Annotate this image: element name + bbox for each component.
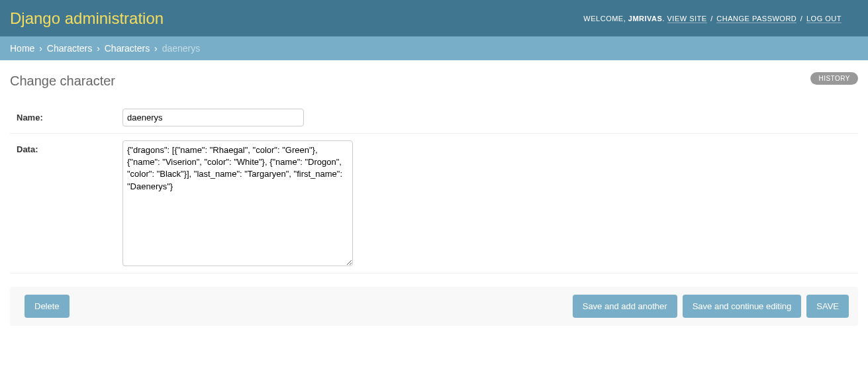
name-field[interactable] [122,109,304,126]
fieldset: Name: Data: {"dragons": [{"name": "Rhaeg… [10,102,858,273]
history-button[interactable]: History [810,72,858,85]
content: History Change character Name: Data: {"d… [0,60,868,339]
form-row-data: Data: {"dragons": [{"name": "Rhaegal", "… [10,134,858,273]
separator: / [798,15,805,23]
submit-row: Delete [10,287,858,326]
site-title: Django administration [10,9,164,28]
save-button[interactable] [806,295,849,318]
change-password-link[interactable]: Change password [716,15,796,23]
data-label: Data: [17,140,122,154]
separator: / [708,15,716,23]
object-tools: History [810,72,858,85]
welcome-text: Welcome, [583,15,628,23]
form-row-name: Name: [10,102,858,134]
breadcrumb-app[interactable]: Characters [47,43,92,54]
user-tools: Welcome, jmrivas. View site / Change pas… [583,15,842,23]
name-label: Name: [17,109,122,122]
breadcrumb-separator: › [36,43,44,54]
save-continue-button[interactable] [683,295,802,318]
breadcrumb-separator: › [94,43,102,54]
save-add-another-button[interactable] [573,295,677,318]
breadcrumb-separator: › [152,43,160,54]
page-title: Change character [10,73,858,89]
change-form: Name: Data: {"dragons": [{"name": "Rhaeg… [10,102,858,326]
delete-button[interactable]: Delete [24,295,70,318]
breadcrumb-current: daenerys [162,43,201,54]
period: . [662,15,667,23]
data-field[interactable]: {"dragons": [{"name": "Rhaegal", "color"… [122,140,353,266]
logout-link[interactable]: Log out [806,15,842,23]
view-site-link[interactable]: View site [667,15,707,23]
breadcrumb-model[interactable]: Characters [105,43,150,54]
breadcrumb-home[interactable]: Home [10,43,34,54]
username: jmrivas [628,15,663,23]
breadcrumb: Home › Characters › Characters › daenery… [0,36,868,60]
branding: Django administration [10,9,164,28]
admin-header: Django administration Welcome, jmrivas. … [0,0,868,36]
